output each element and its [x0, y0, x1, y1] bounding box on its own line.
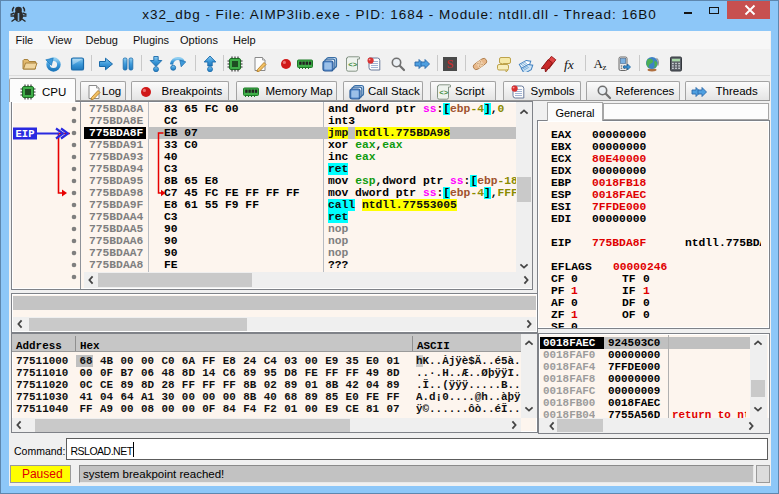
svg-text:EIP: EIP	[16, 128, 35, 140]
